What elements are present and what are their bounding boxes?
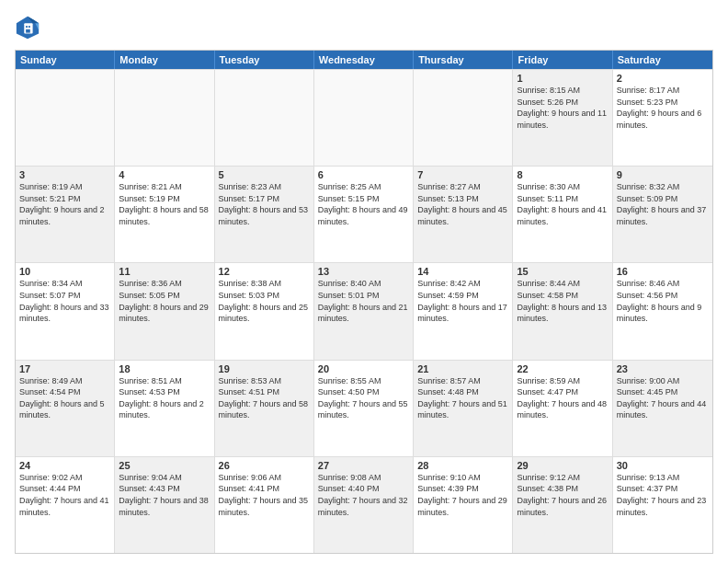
table-row: 2Sunrise: 8:17 AM Sunset: 5:23 PM Daylig… [613,70,712,166]
day-info: Sunrise: 9:02 AM Sunset: 4:44 PM Dayligh… [19,472,110,518]
table-row: 1Sunrise: 8:15 AM Sunset: 5:26 PM Daylig… [513,70,612,166]
day-number: 29 [517,460,608,471]
day-info: Sunrise: 9:04 AM Sunset: 4:43 PM Dayligh… [119,472,210,518]
table-row: 18Sunrise: 8:51 AM Sunset: 4:53 PM Dayli… [115,361,214,456]
table-row: 17Sunrise: 8:49 AM Sunset: 4:54 PM Dayli… [16,361,115,456]
day-info: Sunrise: 8:46 AM Sunset: 4:56 PM Dayligh… [617,278,709,324]
cal-header-cell: Sunday [16,51,115,69]
logo-icon [15,15,40,40]
day-info: Sunrise: 9:06 AM Sunset: 4:41 PM Dayligh… [219,472,310,518]
logo [15,15,44,40]
day-info: Sunrise: 8:59 AM Sunset: 4:47 PM Dayligh… [517,375,608,421]
day-number: 23 [617,363,709,374]
day-number: 15 [517,266,608,277]
day-info: Sunrise: 9:12 AM Sunset: 4:38 PM Dayligh… [517,472,608,518]
day-number: 13 [318,266,409,277]
day-number: 18 [119,363,210,374]
day-number: 20 [318,363,409,374]
day-number: 11 [119,266,210,277]
day-info: Sunrise: 8:32 AM Sunset: 5:09 PM Dayligh… [617,181,709,227]
day-number: 24 [19,460,110,471]
day-number: 14 [417,266,508,277]
table-row: 8Sunrise: 8:30 AM Sunset: 5:11 PM Daylig… [513,167,612,262]
day-info: Sunrise: 8:51 AM Sunset: 4:53 PM Dayligh… [119,375,210,421]
day-info: Sunrise: 8:57 AM Sunset: 4:48 PM Dayligh… [417,375,508,421]
table-row: 11Sunrise: 8:36 AM Sunset: 5:05 PM Dayli… [115,263,214,359]
day-number: 7 [417,169,508,180]
table-row: 4Sunrise: 8:21 AM Sunset: 5:19 PM Daylig… [115,167,214,262]
day-number: 8 [517,169,608,180]
calendar-row: 24Sunrise: 9:02 AM Sunset: 4:44 PM Dayli… [16,456,712,553]
calendar: SundayMondayTuesdayWednesdayThursdayFrid… [15,50,713,554]
day-info: Sunrise: 8:21 AM Sunset: 5:19 PM Dayligh… [119,181,210,227]
day-number: 3 [19,169,110,180]
table-row: 6Sunrise: 8:25 AM Sunset: 5:15 PM Daylig… [314,167,414,262]
table-row: 7Sunrise: 8:27 AM Sunset: 5:13 PM Daylig… [414,167,513,262]
table-row: 30Sunrise: 9:13 AM Sunset: 4:37 PM Dayli… [613,457,712,553]
day-info: Sunrise: 8:15 AM Sunset: 5:26 PM Dayligh… [517,85,608,131]
day-number: 2 [617,73,709,84]
table-row [314,70,414,166]
calendar-body: 1Sunrise: 8:15 AM Sunset: 5:26 PM Daylig… [16,69,712,553]
day-info: Sunrise: 8:36 AM Sunset: 5:05 PM Dayligh… [119,278,210,324]
table-row: 19Sunrise: 8:53 AM Sunset: 4:51 PM Dayli… [215,361,314,456]
table-row [215,70,314,166]
day-info: Sunrise: 8:40 AM Sunset: 5:01 PM Dayligh… [318,278,409,324]
table-row: 13Sunrise: 8:40 AM Sunset: 5:01 PM Dayli… [314,263,414,359]
svg-rect-4 [26,26,28,28]
day-info: Sunrise: 8:25 AM Sunset: 5:15 PM Dayligh… [318,181,409,227]
cal-header-cell: Saturday [613,51,712,69]
header [15,15,713,40]
day-number: 26 [219,460,310,471]
table-row: 21Sunrise: 8:57 AM Sunset: 4:48 PM Dayli… [414,361,513,456]
day-number: 27 [318,460,409,471]
day-number: 19 [219,363,310,374]
day-info: Sunrise: 9:00 AM Sunset: 4:45 PM Dayligh… [617,375,709,421]
table-row: 26Sunrise: 9:06 AM Sunset: 4:41 PM Dayli… [215,457,314,553]
table-row: 20Sunrise: 8:55 AM Sunset: 4:50 PM Dayli… [314,361,414,456]
day-info: Sunrise: 8:38 AM Sunset: 5:03 PM Dayligh… [219,278,310,324]
calendar-row: 17Sunrise: 8:49 AM Sunset: 4:54 PM Dayli… [16,360,712,456]
day-info: Sunrise: 8:30 AM Sunset: 5:11 PM Dayligh… [517,181,608,227]
day-number: 5 [219,169,310,180]
day-info: Sunrise: 9:13 AM Sunset: 4:37 PM Dayligh… [617,472,709,518]
day-number: 16 [617,266,709,277]
table-row: 10Sunrise: 8:34 AM Sunset: 5:07 PM Dayli… [16,263,115,359]
table-row: 9Sunrise: 8:32 AM Sunset: 5:09 PM Daylig… [613,167,712,262]
table-row [115,70,214,166]
table-row: 28Sunrise: 9:10 AM Sunset: 4:39 PM Dayli… [414,457,513,553]
day-info: Sunrise: 8:34 AM Sunset: 5:07 PM Dayligh… [19,278,110,324]
table-row: 15Sunrise: 8:44 AM Sunset: 4:58 PM Dayli… [513,263,612,359]
cal-header-cell: Thursday [414,51,513,69]
table-row: 25Sunrise: 9:04 AM Sunset: 4:43 PM Dayli… [115,457,214,553]
day-number: 28 [417,460,508,471]
day-number: 10 [19,266,110,277]
day-number: 17 [19,363,110,374]
table-row: 14Sunrise: 8:42 AM Sunset: 4:59 PM Dayli… [414,263,513,359]
svg-rect-6 [26,29,30,33]
calendar-row: 10Sunrise: 8:34 AM Sunset: 5:07 PM Dayli… [16,262,712,359]
cal-header-cell: Monday [115,51,214,69]
day-number: 30 [617,460,709,471]
day-info: Sunrise: 9:10 AM Sunset: 4:39 PM Dayligh… [417,472,508,518]
day-info: Sunrise: 8:53 AM Sunset: 4:51 PM Dayligh… [219,375,310,421]
day-info: Sunrise: 8:27 AM Sunset: 5:13 PM Dayligh… [417,181,508,227]
day-info: Sunrise: 8:44 AM Sunset: 4:58 PM Dayligh… [517,278,608,324]
day-number: 21 [417,363,508,374]
table-row: 22Sunrise: 8:59 AM Sunset: 4:47 PM Dayli… [513,361,612,456]
day-number: 25 [119,460,210,471]
cal-header-cell: Wednesday [314,51,414,69]
day-info: Sunrise: 8:49 AM Sunset: 4:54 PM Dayligh… [19,375,110,421]
page: SundayMondayTuesdayWednesdayThursdayFrid… [0,0,728,563]
table-row: 24Sunrise: 9:02 AM Sunset: 4:44 PM Dayli… [16,457,115,553]
table-row [414,70,513,166]
day-number: 1 [517,73,608,84]
table-row: 27Sunrise: 9:08 AM Sunset: 4:40 PM Dayli… [314,457,414,553]
day-info: Sunrise: 8:55 AM Sunset: 4:50 PM Dayligh… [318,375,409,421]
cal-header-cell: Friday [513,51,612,69]
table-row: 16Sunrise: 8:46 AM Sunset: 4:56 PM Dayli… [613,263,712,359]
cal-header-cell: Tuesday [215,51,314,69]
day-info: Sunrise: 8:23 AM Sunset: 5:17 PM Dayligh… [219,181,310,227]
svg-rect-5 [28,26,30,28]
calendar-row: 3Sunrise: 8:19 AM Sunset: 5:21 PM Daylig… [16,166,712,262]
